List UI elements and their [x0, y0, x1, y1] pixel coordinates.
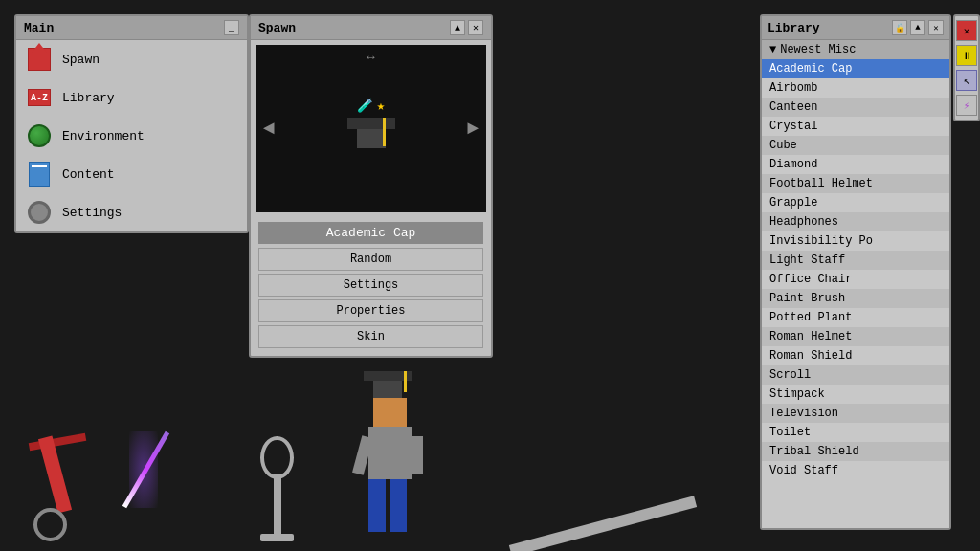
spawn-minimize-btn[interactable]: ▲ — [450, 20, 465, 35]
environment-label: Environment — [62, 129, 145, 143]
category-arrow: ▼ — [769, 43, 776, 56]
spawn-preview-area: ↔ ◄ 🧪 ★ ► — [256, 45, 486, 212]
spawn-buttons-area: Academic Cap Random Settings Properties … — [251, 217, 491, 356]
main-titlebar: Main _ — [16, 16, 247, 40]
plank-object — [509, 496, 697, 551]
list-item[interactable]: Paint Brush — [762, 289, 949, 308]
list-item[interactable]: Potted Plant — [762, 308, 949, 327]
main-collapse-btn[interactable]: _ — [224, 20, 239, 35]
list-item[interactable]: Scroll — [762, 365, 949, 385]
fan-stand-object — [258, 436, 297, 541]
skin-button[interactable]: Skin — [258, 325, 483, 348]
lightning-tool-btn[interactable]: ⚡ — [956, 95, 977, 116]
list-item[interactable]: Tribal Shield — [762, 442, 949, 461]
content-menu-item[interactable]: Content — [16, 155, 247, 193]
library-category: ▼ Newest Misc — [762, 40, 949, 59]
spawn-icon — [26, 46, 53, 73]
list-item[interactable]: Airbomb — [762, 78, 949, 98]
main-title: Main — [24, 21, 54, 35]
library-menu-item[interactable]: A-Z Library — [16, 78, 247, 117]
pause-tool-btn[interactable]: ⏸ — [956, 45, 977, 66]
library-icon: A-Z — [26, 84, 53, 111]
environment-icon — [26, 122, 53, 149]
random-button[interactable]: Random — [258, 248, 483, 271]
spawn-settings-button[interactable]: Settings — [258, 274, 483, 297]
library-list[interactable]: Academic Cap Airbomb Canteen Crystal Cub… — [762, 59, 949, 528]
character-arm-right — [412, 436, 423, 474]
close-tool-btn[interactable]: ✕ — [956, 20, 977, 41]
fan-head — [260, 436, 294, 479]
fan-pole — [274, 474, 281, 541]
list-item[interactable]: Headphones — [762, 212, 949, 231]
content-icon — [26, 161, 53, 187]
item-preview: 🧪 ★ — [343, 98, 400, 161]
graduation-cap-preview — [343, 118, 400, 161]
list-item[interactable]: Roman Shield — [762, 346, 949, 365]
nav-up-arrow[interactable]: ↔ — [367, 50, 374, 65]
list-item[interactable]: Void Staff — [762, 461, 949, 480]
spawn-close-btn[interactable]: ✕ — [468, 20, 483, 35]
nav-right-arrow[interactable]: ► — [467, 118, 479, 140]
library-title: Library — [768, 21, 820, 35]
cursor-tool-btn[interactable]: ↖ — [956, 70, 977, 91]
environment-menu-item[interactable]: Environment — [16, 117, 247, 155]
library-minimize-btn[interactable]: ▲ — [910, 20, 925, 35]
properties-button[interactable]: Properties — [258, 299, 483, 322]
spawn-title: Spawn — [258, 21, 296, 35]
list-item[interactable]: Toilet — [762, 423, 949, 442]
star-icon: ★ — [377, 98, 385, 114]
character-body — [368, 427, 412, 479]
library-titlebar: Library 🔒 ▲ ✕ — [762, 16, 949, 40]
list-item[interactable]: Light Staff — [762, 251, 949, 270]
category-label: Newest Misc — [780, 43, 856, 56]
character-leg-right — [390, 479, 407, 532]
spawn-label: Spawn — [62, 53, 100, 67]
list-item[interactable]: Television — [762, 404, 949, 423]
character-cap — [364, 371, 412, 398]
library-label: Library — [62, 91, 115, 105]
character-leg-left — [368, 479, 386, 532]
scooter-body — [38, 435, 72, 513]
toolbar-right: ✕ ⏸ ↖ ⚡ — [953, 14, 980, 121]
spawn-titlebar: Spawn ▲ ✕ — [251, 16, 491, 40]
library-title-buttons: 🔒 ▲ ✕ — [892, 20, 944, 35]
list-item[interactable]: Football Helmet — [762, 174, 949, 193]
settings-menu-item[interactable]: Settings — [16, 193, 247, 231]
settings-icon — [26, 199, 53, 226]
spawn-panel: Spawn ▲ ✕ ↔ ◄ 🧪 ★ ► Academic Cap Random … — [249, 14, 493, 358]
fan-base — [260, 534, 294, 541]
character-head — [373, 398, 407, 427]
list-item[interactable]: Office Chair — [762, 270, 949, 289]
list-item[interactable]: Crystal — [762, 117, 949, 136]
scooter-wheel — [33, 508, 67, 541]
library-lock-btn[interactable]: 🔒 — [892, 20, 907, 35]
scooter-handle — [29, 433, 86, 451]
library-close-btn[interactable]: ✕ — [928, 20, 944, 35]
nav-left-arrow[interactable]: ◄ — [263, 118, 275, 140]
list-item[interactable]: Diamond — [762, 155, 949, 174]
content-label: Content — [62, 167, 115, 182]
list-item[interactable]: Invisibility Po — [762, 231, 949, 251]
flask-icon: 🧪 — [357, 98, 373, 114]
list-item[interactable]: Cube — [762, 136, 949, 155]
list-item[interactable]: Grapple — [762, 193, 949, 212]
settings-label: Settings — [62, 206, 122, 220]
list-item[interactable]: Academic Cap — [762, 59, 949, 78]
preview-icons: 🧪 ★ — [357, 98, 385, 114]
library-panel: Library 🔒 ▲ ✕ ▼ Newest Misc Academic Cap… — [760, 14, 951, 530]
list-item[interactable]: Roman Helmet — [762, 327, 949, 346]
list-item[interactable]: Canteen — [762, 98, 949, 117]
main-panel: Main _ Spawn A-Z Library Environment Con… — [14, 14, 249, 233]
list-item[interactable]: Stimpack — [762, 385, 949, 404]
spawn-menu-item[interactable]: Spawn — [16, 40, 247, 78]
item-name-display: Academic Cap — [258, 222, 483, 244]
sword-object — [96, 417, 211, 513]
